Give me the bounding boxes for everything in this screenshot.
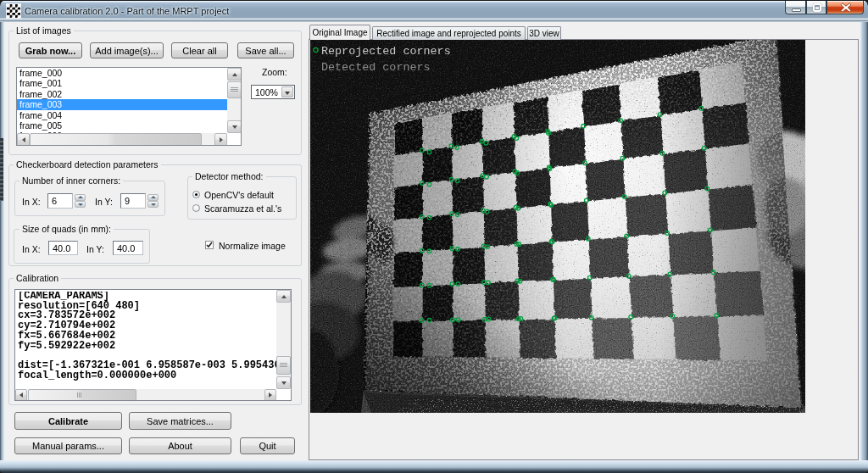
svg-text:Reprojected corners: Reprojected corners [321,45,451,58]
svg-text:Detected corners: Detected corners [321,61,431,74]
